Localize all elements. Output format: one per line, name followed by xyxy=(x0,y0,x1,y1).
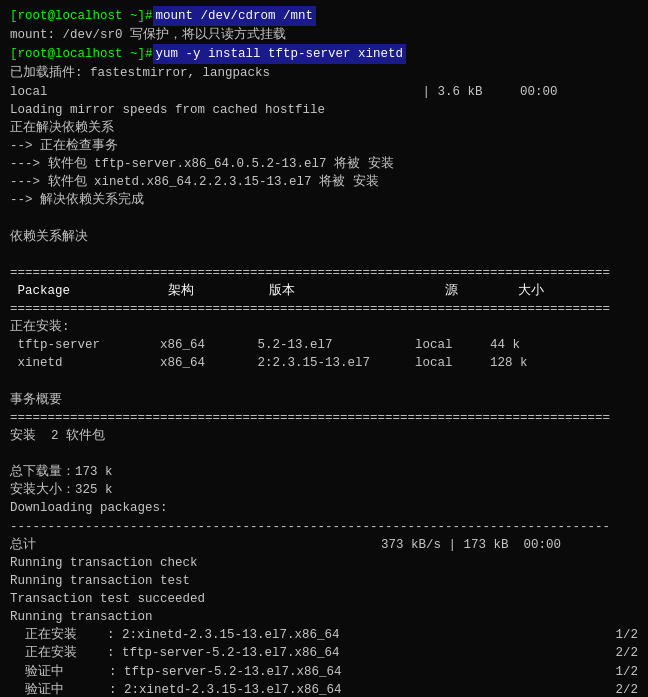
output-line: 正在解决依赖关系 xyxy=(10,119,638,137)
info-line: 总计 373 kB/s | 173 kB 00:00 xyxy=(10,536,638,554)
output-line: 依赖关系解决 xyxy=(10,228,638,246)
output-line: Downloading packages: xyxy=(10,499,638,517)
output-line: Running transaction check xyxy=(10,554,638,572)
prompt-text: [root@localhost ~]# xyxy=(10,45,153,63)
output-line: ---> 软件包 tftp-server.x86_64.0.5.2-13.el7… xyxy=(10,155,638,173)
separator-line: ========================================… xyxy=(10,300,638,318)
command-text: yum -y install tftp-server xinetd xyxy=(153,44,407,64)
output-line: ---> 软件包 xinetd.x86_64.2.2.3.15-13.el7 将… xyxy=(10,173,638,191)
separator-line: ========================================… xyxy=(10,409,638,427)
output-line: 正在安装: xyxy=(10,318,638,336)
output-line: --> 解决依赖关系完成 xyxy=(10,191,638,209)
output-line: 事务概要 xyxy=(10,391,638,409)
output-line: --> 正在检查事务 xyxy=(10,137,638,155)
output-line: 安装大小：325 k xyxy=(10,481,638,499)
output-line: Transaction test succeeded xyxy=(10,590,638,608)
command-text: mount /dev/cdrom /mnt xyxy=(153,6,317,26)
output-line: Loading mirror speeds from cached hostfi… xyxy=(10,101,638,119)
output-line: 已加载插件: fastestmirror, langpacks xyxy=(10,64,638,82)
output-line: Running transaction xyxy=(10,608,638,626)
separator-line: ========================================… xyxy=(10,264,638,282)
table-row: tftp-server x86_64 5.2-13.el7 local 44 k xyxy=(10,336,638,354)
output-line: Running transaction test xyxy=(10,572,638,590)
prompt-text: [root@localhost ~]# xyxy=(10,7,153,25)
table-row: xinetd x86_64 2:2.3.15-13.el7 local 128 … xyxy=(10,354,638,372)
prompt-line: [root@localhost ~]#mount /dev/cdrom /mnt xyxy=(10,6,638,26)
install-progress-row: 验证中 : 2:xinetd-2.3.15-13.el7.x86_642/2 xyxy=(10,681,638,697)
prompt-line: [root@localhost ~]#yum -y install tftp-s… xyxy=(10,44,638,64)
info-line: local | 3.6 kB 00:00 xyxy=(10,83,638,101)
terminal: [root@localhost ~]#mount /dev/cdrom /mnt… xyxy=(10,6,638,697)
output-line: mount: /dev/sr0 写保护，将以只读方式挂载 xyxy=(10,26,638,44)
install-progress-row: 正在安装 : 2:xinetd-2.3.15-13.el7.x86_641/2 xyxy=(10,626,638,644)
install-progress-row: 验证中 : tftp-server-5.2-13.el7.x86_641/2 xyxy=(10,663,638,681)
table-header: Package 架构 版本 源 大小 xyxy=(10,282,638,300)
output-line: 安装 2 软件包 xyxy=(10,427,638,445)
output-line: 总下载量：173 k xyxy=(10,463,638,481)
separator-line: ----------------------------------------… xyxy=(10,518,638,536)
install-progress-row: 正在安装 : tftp-server-5.2-13.el7.x86_642/2 xyxy=(10,644,638,662)
